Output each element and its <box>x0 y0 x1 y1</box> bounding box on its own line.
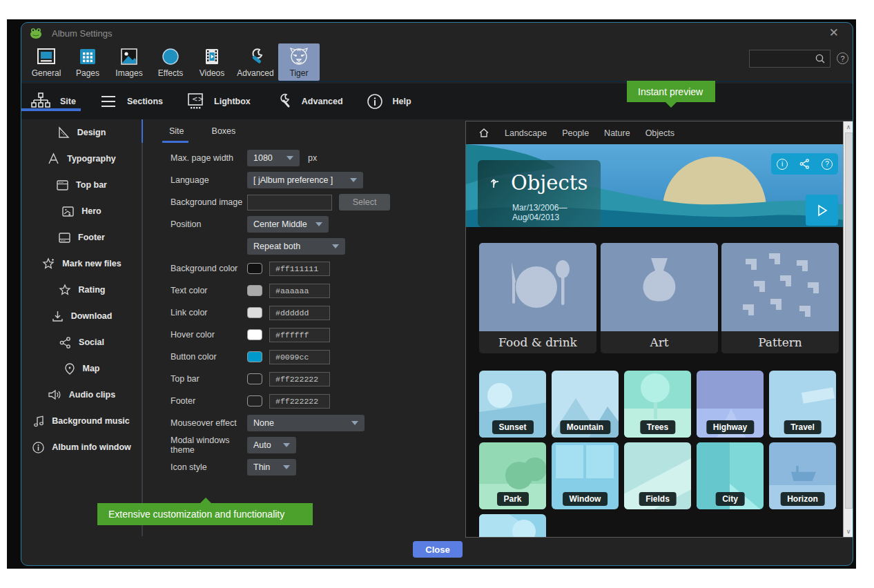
color-swatch[interactable] <box>247 351 262 362</box>
color-swatch[interactable] <box>247 307 262 318</box>
sidebar-item-download[interactable]: Download <box>21 303 142 329</box>
hex-input[interactable]: #dddddd <box>269 306 330 320</box>
pattern-icon <box>721 243 839 331</box>
tab-boxes[interactable]: Boxes <box>212 126 236 136</box>
toolbar-label: Advanced <box>237 68 273 78</box>
mouseover-effect-select[interactable]: None <box>247 415 365 431</box>
toolbar-label: Images <box>115 68 142 78</box>
folder-art[interactable]: Art <box>601 243 718 353</box>
hex-input[interactable]: #0099cc <box>269 350 330 364</box>
sidebar-item-album-info-window[interactable]: Album info window <box>21 434 142 460</box>
chevron-down-icon <box>332 244 339 248</box>
thumb-horizon[interactable]: Horizon <box>769 442 836 509</box>
preview-nav-landscape[interactable]: Landscape <box>505 128 547 138</box>
thumb-trees[interactable]: Trees <box>624 371 691 438</box>
skin-nav-lightbox[interactable]: <> Lightbox <box>186 92 251 110</box>
slideshow-play-button[interactable] <box>806 195 838 226</box>
info-icon[interactable]: i <box>777 159 788 170</box>
toolbar-item-tiger[interactable]: Tiger <box>278 43 320 81</box>
hex-input[interactable]: #aaaaaa <box>269 284 330 298</box>
color-swatch[interactable] <box>247 329 262 340</box>
repeat-select[interactable]: Repeat both <box>247 238 345 255</box>
preview-scrollbar[interactable]: ∧ ∨ <box>843 121 853 537</box>
preview-nav-nature[interactable]: Nature <box>604 128 630 138</box>
scrollbar-thumb[interactable] <box>845 133 853 509</box>
preview-date-range: Mar/13/2006—Aug/04/2013 <box>512 203 601 222</box>
color-swatch[interactable] <box>247 373 262 384</box>
home-icon[interactable] <box>478 128 489 138</box>
up-level-arrow-icon[interactable] <box>489 177 503 190</box>
sidebar-item-rating[interactable]: Rating <box>21 277 142 303</box>
thumb-city[interactable]: City <box>697 442 764 509</box>
scroll-down-icon[interactable]: ∨ <box>844 528 853 535</box>
select-button[interactable]: Select <box>339 194 390 210</box>
sidebar-item-background-music[interactable]: Background music <box>21 408 142 434</box>
scroll-up-icon[interactable]: ∧ <box>844 124 853 130</box>
position-select[interactable]: Center Middle <box>247 216 329 233</box>
folder-food-drink[interactable]: Food & drink <box>479 243 596 353</box>
share-icon[interactable] <box>799 158 810 170</box>
thumb-mountain[interactable]: Mountain <box>552 371 619 438</box>
toolbar-item-images[interactable]: Images <box>108 43 150 81</box>
max-page-width-select[interactable]: 1080 <box>247 150 300 166</box>
color-swatch[interactable] <box>247 263 262 274</box>
folder-pattern[interactable]: Pattern <box>721 243 839 353</box>
hex-input[interactable]: #ff111111 <box>269 262 330 276</box>
sidebar-item-top-bar[interactable]: Top bar <box>21 172 142 198</box>
question-icon[interactable]: ? <box>822 159 833 170</box>
tab-site[interactable]: Site <box>169 126 184 136</box>
folder-caption: Pattern <box>721 331 839 353</box>
search-input[interactable] <box>749 50 831 68</box>
thumb-travel[interactable]: Travel <box>769 371 836 438</box>
thumb-park[interactable]: Park <box>479 442 546 509</box>
sidebar-label: Download <box>71 311 113 321</box>
thumb-highway[interactable]: Highway <box>697 371 764 438</box>
toolbar-label: General <box>32 68 61 78</box>
background-image-input[interactable] <box>247 195 332 210</box>
thumb-window[interactable]: Window <box>552 442 619 509</box>
help-icon[interactable]: ? <box>837 52 848 64</box>
preview-nav-people[interactable]: People <box>562 128 589 138</box>
sidebar-item-map[interactable]: Map <box>21 355 142 382</box>
icon-style-select[interactable]: Thin <box>247 459 296 476</box>
field-label: Button color <box>143 352 247 362</box>
callout-text: Instant preview <box>638 86 703 97</box>
thumb-sunset[interactable]: Sunset <box>479 371 546 438</box>
hex-input[interactable]: #ff222222 <box>269 394 330 409</box>
skin-nav-advanced[interactable]: Advanced <box>274 92 343 110</box>
sidebar-item-footer[interactable]: Footer <box>21 224 142 251</box>
row-language: Language [ jAlbum preference ] <box>143 169 465 191</box>
close-button[interactable]: Close <box>413 541 463 558</box>
hex-value: #ff111111 <box>275 264 318 273</box>
toolbar-item-general[interactable]: General <box>26 43 67 81</box>
color-swatch[interactable] <box>247 285 262 296</box>
hex-input[interactable]: #ffffff <box>269 328 330 342</box>
sidebar-item-typography[interactable]: Typography <box>21 146 142 172</box>
sidebar-item-hero[interactable]: Hero <box>21 198 142 224</box>
sidebar-item-mark-new-files[interactable]: Mark new files <box>21 251 142 277</box>
skin-nav-help[interactable]: Help <box>367 93 411 110</box>
sidebar-item-design[interactable]: Design <box>21 119 142 146</box>
sidebar-item-audio-clips[interactable]: Audio clips <box>21 382 142 408</box>
close-icon[interactable]: ✕ <box>829 27 839 39</box>
modal-theme-select[interactable]: Auto <box>247 437 296 453</box>
skin-nav-sections[interactable]: Sections <box>99 94 163 109</box>
sidebar-label: Audio clips <box>69 390 115 400</box>
row-top-bar-color: Top bar #ff222222 <box>143 368 465 390</box>
hex-input[interactable]: #ff222222 <box>269 372 330 386</box>
preview-nav-objects[interactable]: Objects <box>645 128 674 138</box>
field-label: Footer <box>143 396 247 406</box>
toolbar-item-effects[interactable]: Effects <box>150 43 191 81</box>
row-background-image: Background image Select <box>143 191 465 213</box>
sidebar-label: Rating <box>79 285 106 295</box>
sidebar-item-social[interactable]: Social <box>21 329 142 355</box>
thumb-fields[interactable]: Fields <box>624 442 691 509</box>
toolbar-item-pages[interactable]: Pages <box>67 43 108 81</box>
language-select[interactable]: [ jAlbum preference ] <box>247 172 363 188</box>
sidebar-label: Hero <box>81 206 101 216</box>
color-swatch[interactable] <box>247 395 262 406</box>
toolbar-item-videos[interactable]: Videos <box>191 43 233 81</box>
thumb-label: Travel <box>784 420 822 434</box>
thumb-partial[interactable] <box>479 514 546 537</box>
toolbar-item-advanced[interactable]: Advanced <box>233 43 278 81</box>
